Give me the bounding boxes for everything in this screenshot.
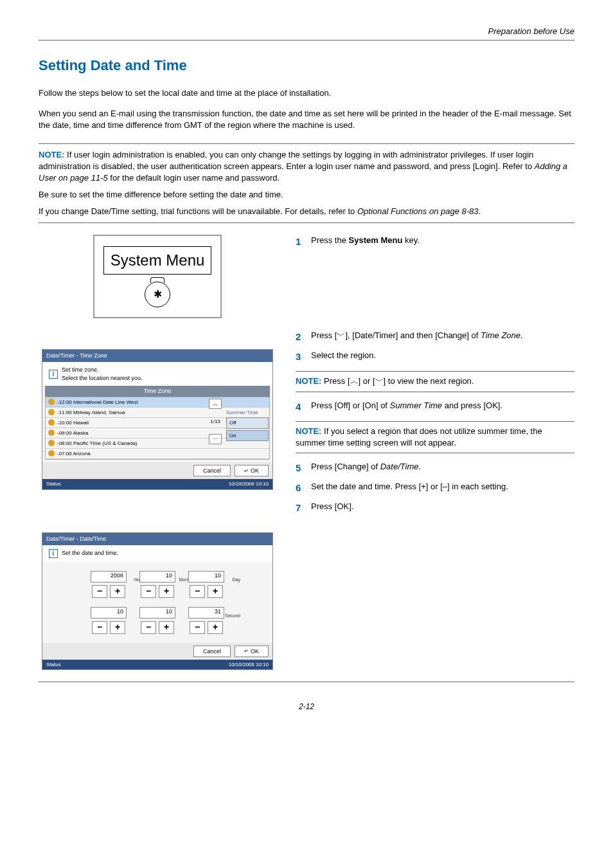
step-6-number: 6 [296,481,311,494]
minus-button[interactable]: − [190,585,205,598]
header-rule [39,40,574,41]
step-1-number: 1 [296,235,311,248]
step-2-number: 2 [296,330,311,343]
enter-icon: ↵ [244,647,249,655]
chevron-down-icon: ﹀ [213,435,218,444]
running-header: Preparation before Use [39,26,574,40]
footer-rule [39,682,574,682]
scroll-up-button[interactable]: ︿ [209,399,222,409]
clock-icon [48,429,55,436]
intro-paragraph-2: When you send an E-mail using the transm… [39,108,574,131]
note-line3-ref: Optional Functions on page 8-83 [357,206,479,216]
chevron-down-icon: ﹀ [375,375,384,387]
plus-button[interactable]: + [159,621,174,634]
day-stepper: 10Day −+ [188,571,224,598]
step-6-text: Set the date and time. Press [+] or [–] … [311,481,574,494]
note-label: NOTE: [39,150,64,159]
month-stepper: 10Month −+ [139,571,175,598]
status-datetime: 10/10/2008 10:10 [229,480,269,487]
step-5-text: Press [Change] of Date/Time. [311,461,574,475]
status-label: Status [46,480,61,487]
cancel-button[interactable]: Cancel [193,465,231,477]
year-value: 2008Year [91,571,127,583]
chevron-up-icon: ︿ [213,400,218,408]
tz-column-header: Time Zone [45,386,270,397]
summer-time-label: Summer Time [226,409,269,416]
month-value: 10Month [139,571,175,583]
summer-on-button[interactable]: On [226,430,269,441]
note-line3-a: If you change Date/Time setting, trial f… [39,206,357,216]
timezone-dialog-title: Date/Timer - Time Zone [42,350,272,362]
second-value: 31Second [188,607,224,619]
note-body-a: If user login administration is enabled,… [39,150,535,171]
datetime-dialog: Date/Timer - Date/Time i Set the date an… [42,532,273,670]
plus-button[interactable]: + [208,585,223,598]
step-1-text: Press the System Menu key. [311,235,574,248]
day-value: 10Day [188,571,224,583]
second-stepper: 31Second −+ [188,607,224,634]
tz-row[interactable]: -12:00 International Date Line West [46,397,269,408]
info-icon: i [49,549,58,558]
summer-off-button[interactable]: Off [226,417,269,428]
step-7-number: 7 [296,501,311,514]
page-number: 2-12 [39,701,574,712]
note-region: NOTE: Press [︿] or [﹀] to view the next … [296,371,574,392]
note-summer: NOTE: If you select a region that does n… [296,421,574,453]
step-3-number: 3 [296,350,311,363]
ok-button[interactable]: ↵OK [235,646,269,658]
step-5-number: 5 [296,461,311,475]
note-line2: Be sure to set the time difference befor… [39,189,574,201]
plus-button[interactable]: + [159,585,174,598]
step-7-text: Press [OK]. [311,501,574,514]
plus-button[interactable]: + [110,621,125,634]
scroll-down-button[interactable]: ﹀ [209,434,222,444]
cancel-button[interactable]: Cancel [193,646,231,658]
tz-row[interactable]: -07:00 Arizona [46,449,269,459]
minus-button[interactable]: − [141,621,156,634]
year-stepper: 2008Year −+ [91,571,127,598]
system-menu-key-graphic: System Menu ✱ [93,235,222,318]
minus-button[interactable]: − [92,585,107,598]
minus-button[interactable]: − [141,585,156,598]
chevron-down-icon: ﹀ [337,330,345,341]
clock-icon [48,440,55,446]
page-title: Setting Date and Time [39,56,574,76]
tz-msg2: Select the location nearest you. [62,374,143,383]
clock-icon [48,419,55,426]
clock-icon [48,399,55,405]
note-line3-tail: . [479,206,481,216]
step-4-number: 4 [296,400,311,413]
status-datetime: 10/10/2008 10:10 [229,661,269,668]
info-icon: i [49,370,58,379]
tz-msg1: Set time zone. [62,366,143,374]
timezone-dialog: Date/Timer - Time Zone i Set time zone. … [42,349,273,489]
note-box-main: NOTE: If user login administration is en… [39,143,574,224]
ok-button[interactable]: ↵OK [235,465,269,477]
status-label: Status [46,661,61,668]
system-menu-button-icon: ✱ [145,282,170,307]
step-2-text: Press [﹀], [Date/Timer] and then [Change… [311,330,574,343]
page-indicator: 1/13 [210,410,220,433]
datetime-dialog-title: Date/Timer - Date/Time [42,533,272,545]
clock-icon [48,409,55,415]
hour-stepper: 10 −+ [91,607,127,634]
dt-msg: Set the date and time. [62,549,118,557]
minus-button[interactable]: − [92,621,107,634]
minute-value: 10 [139,607,175,619]
step-4-text: Press [Off] or [On] of Summer Time and p… [311,400,574,413]
plus-button[interactable]: + [110,585,125,598]
enter-icon: ↵ [244,467,249,475]
clock-icon [48,450,55,457]
step-3-text: Select the region. [311,350,574,363]
minute-stepper: 10 −+ [139,607,175,634]
minus-button[interactable]: − [190,621,205,634]
system-menu-label: System Menu [103,246,212,275]
note-body-a-tail: for the default login user name and pass… [108,173,280,183]
plus-button[interactable]: + [208,621,223,634]
hour-value: 10 [91,607,127,619]
intro-paragraph-1: Follow the steps below to set the local … [39,87,574,99]
chevron-up-icon: ︿ [350,375,359,387]
